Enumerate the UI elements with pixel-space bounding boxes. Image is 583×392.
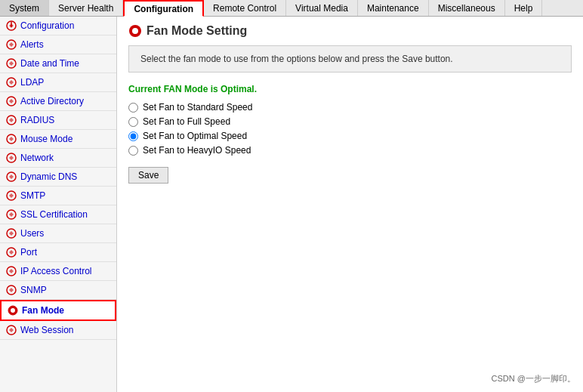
radio-option-full[interactable]: Set Fan to Full Speed (128, 116, 572, 127)
info-text: Select the fan mode to use from the opti… (140, 54, 453, 64)
sidebar-item-ldap[interactable]: LDAP (0, 73, 116, 92)
radio-label-standard: Set Fan to Standard Speed (143, 102, 252, 113)
svg-marker-8 (9, 61, 14, 66)
sidebar-label-dynamic-dns: Dynamic DNS (20, 171, 77, 182)
sidebar-label-fan-mode: Fan Mode (22, 305, 64, 316)
sidebar-item-smtp[interactable]: SMTP (0, 187, 116, 205)
sidebar-label-web-session: Web Session (20, 325, 73, 335)
sidebar-label-port: Port (20, 247, 37, 258)
svg-marker-16 (9, 137, 14, 141)
nav-icon-network (6, 153, 17, 163)
sidebar-label-users: Users (20, 228, 44, 239)
sidebar-item-radius[interactable]: RADIUS (0, 111, 116, 130)
menu-virtual-media[interactable]: Virtual Media (286, 0, 358, 16)
sidebar-label-ldap: LDAP (20, 77, 44, 88)
sidebar-label-mouse-mode: Mouse Mode (20, 134, 72, 144)
svg-marker-6 (9, 42, 14, 47)
menu-help[interactable]: Help (505, 0, 543, 16)
sidebar-label-alerts: Alerts (20, 39, 44, 50)
info-box: Select the fan mode to use from the opti… (128, 45, 572, 73)
sidebar-item-snmp[interactable]: SNMP (0, 281, 116, 300)
menu-configuration[interactable]: Configuration (123, 0, 204, 17)
svg-marker-20 (9, 174, 14, 179)
sidebar-label-date-time: Date and Time (20, 58, 79, 69)
menu-maintenance[interactable]: Maintenance (358, 0, 429, 16)
main-layout: Configuration Alerts Date and Time LDAP (0, 17, 583, 392)
menu-system[interactable]: System (0, 0, 49, 16)
svg-marker-18 (9, 156, 14, 160)
svg-marker-22 (9, 193, 14, 198)
sidebar-label-radius: RADIUS (20, 115, 54, 125)
radio-label-optimal: Set Fan to Optimal Speed (143, 131, 247, 141)
sidebar-item-fan-mode[interactable]: Fan Mode (0, 300, 116, 321)
nav-icon-dynamic-dns (6, 171, 17, 182)
nav-icon-configuration (6, 20, 17, 31)
svg-marker-28 (9, 250, 14, 255)
nav-icon-date-time (6, 58, 17, 69)
page-title: Fan Mode Setting (128, 24, 572, 38)
radio-option-optimal[interactable]: Set Fan to Optimal Speed (128, 131, 572, 141)
svg-marker-10 (9, 80, 14, 85)
current-mode-text: Current FAN Mode is Optimal. (128, 84, 572, 94)
sidebar-label-configuration: Configuration (20, 20, 74, 31)
sidebar: Configuration Alerts Date and Time LDAP (0, 17, 117, 392)
svg-marker-14 (9, 118, 14, 122)
sidebar-item-network[interactable]: Network (0, 149, 116, 168)
sidebar-label-active-directory: Active Directory (20, 96, 84, 106)
svg-marker-4 (9, 23, 14, 28)
content-area: Fan Mode Setting Select the fan mode to … (117, 17, 583, 392)
nav-icon-snmp (6, 285, 17, 295)
sidebar-item-ssl-certification[interactable]: SSL Certification (0, 205, 116, 224)
menu-miscellaneous[interactable]: Miscellaneous (429, 0, 505, 16)
sidebar-label-snmp: SNMP (20, 285, 47, 295)
nav-icon-ssl-certification (6, 209, 17, 220)
radio-label-full: Set Fan to Full Speed (143, 116, 230, 127)
sidebar-item-dynamic-dns[interactable]: Dynamic DNS (0, 168, 116, 187)
radio-label-heavyio: Set Fan to HeavyIO Speed (143, 145, 251, 156)
sidebar-item-port[interactable]: Port (0, 243, 116, 262)
sidebar-label-ssl-certification: SSL Certification (20, 209, 88, 220)
svg-marker-12 (9, 99, 14, 103)
svg-marker-37 (9, 328, 14, 332)
radio-heavyio-speed[interactable] (128, 146, 138, 156)
nav-icon-users (6, 228, 17, 239)
menu-bar: System Server Health Configuration Remot… (0, 0, 583, 17)
radio-optimal-speed[interactable] (128, 131, 138, 141)
sidebar-label-ip-access-control: IP Access Control (20, 266, 92, 276)
sidebar-item-ip-access-control[interactable]: IP Access Control (0, 262, 116, 281)
watermark: CSDN @一步一脚印。 (492, 373, 575, 384)
svg-marker-30 (9, 269, 14, 273)
radio-option-standard[interactable]: Set Fan to Standard Speed (128, 102, 572, 113)
nav-icon-ldap (6, 77, 17, 88)
nav-icon-radius (6, 115, 17, 125)
sidebar-item-active-directory[interactable]: Active Directory (0, 92, 116, 111)
sidebar-label-network: Network (20, 153, 54, 163)
sidebar-item-mouse-mode[interactable]: Mouse Mode (0, 130, 116, 149)
radio-standard-speed[interactable] (128, 103, 138, 113)
radio-option-heavyio[interactable]: Set Fan to HeavyIO Speed (128, 145, 572, 156)
svg-marker-26 (9, 231, 14, 236)
save-button[interactable]: Save (128, 167, 168, 184)
sidebar-item-web-session[interactable]: Web Session (0, 321, 116, 340)
nav-icon-fan-mode (8, 305, 18, 316)
menu-remote-control[interactable]: Remote Control (204, 0, 286, 16)
radio-full-speed[interactable] (128, 117, 138, 127)
svg-marker-32 (9, 288, 14, 292)
nav-icon-smtp (6, 190, 17, 201)
nav-icon-port (6, 247, 17, 258)
sidebar-item-users[interactable]: Users (0, 224, 116, 243)
menu-server-health[interactable]: Server Health (49, 0, 123, 16)
radio-group-fan-mode: Set Fan to Standard Speed Set Fan to Ful… (128, 102, 572, 156)
nav-icon-ip-access-control (6, 266, 17, 276)
nav-icon-alerts (6, 39, 17, 50)
page-title-icon (128, 24, 142, 38)
sidebar-item-date-time[interactable]: Date and Time (0, 54, 116, 73)
sidebar-item-configuration[interactable]: Configuration (0, 17, 116, 35)
nav-icon-active-directory (6, 96, 17, 106)
nav-icon-mouse-mode (6, 134, 17, 144)
svg-marker-24 (9, 212, 14, 217)
sidebar-label-smtp: SMTP (20, 190, 45, 201)
sidebar-item-alerts[interactable]: Alerts (0, 35, 116, 54)
nav-icon-web-session (6, 325, 17, 335)
